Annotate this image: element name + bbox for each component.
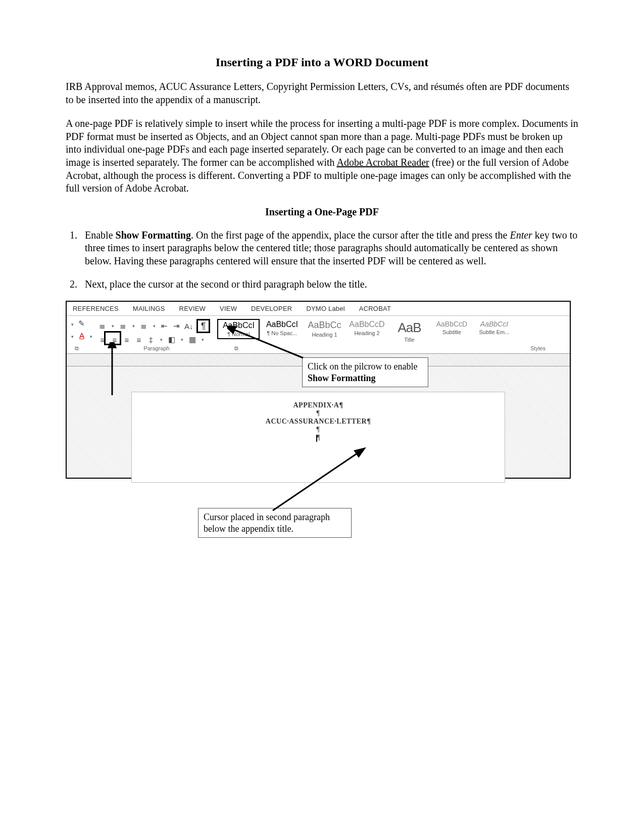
style-normal-preview: AaBbCcI bbox=[223, 321, 255, 330]
doc-line-acuc: ACUC·ASSURANCE·LETTER¶ bbox=[266, 418, 371, 426]
ribbon-tabs: REFERENCES MAILINGS REVIEW VIEW DEVELOPE… bbox=[67, 302, 570, 316]
align-center-icon[interactable]: ≡ bbox=[110, 336, 119, 344]
style-no-spacing[interactable]: AaBbCcI ¶ No Spac... bbox=[262, 319, 302, 337]
increase-indent-icon[interactable]: ⇥ bbox=[172, 321, 181, 331]
show-formatting-pilcrow-button[interactable]: ¶ bbox=[196, 319, 211, 333]
style-h1-label: Heading 1 bbox=[312, 332, 337, 338]
line-spacing-dropdown-icon[interactable]: ▾ bbox=[159, 337, 164, 342]
word-ribbon-figure: REFERENCES MAILINGS REVIEW VIEW DEVELOPE… bbox=[66, 301, 571, 479]
style-subtle-emphasis[interactable]: AaBbCcI Subtle Em... bbox=[474, 319, 514, 336]
step-1: Enable Show Formatting. On the first pag… bbox=[80, 229, 578, 268]
doc-pilcrow-3: ¶ bbox=[317, 434, 321, 441]
borders-dropdown-icon[interactable]: ▾ bbox=[200, 337, 206, 342]
multilevel-list-dropdown-icon[interactable]: ▾ bbox=[152, 323, 157, 329]
style-title-preview: AaB bbox=[398, 320, 421, 336]
style-normal[interactable]: AaBbCcI ¶ Normal bbox=[217, 319, 260, 339]
style-nospac-label: ¶ No Spac... bbox=[267, 330, 297, 336]
font-dropdown-icon[interactable]: ▾ bbox=[70, 322, 75, 327]
paragraph-group-label: Paragraph bbox=[143, 345, 169, 351]
line-spacing-icon[interactable]: ‡ bbox=[146, 336, 156, 344]
style-subtitle[interactable]: AaBbCcD Subtitle bbox=[431, 319, 472, 336]
callout-pilcrow: Click on the pilcrow to enable Show Form… bbox=[302, 357, 428, 387]
tab-mailings[interactable]: MAILINGS bbox=[133, 305, 165, 312]
bulleted-list-icon[interactable]: ≣ bbox=[98, 321, 107, 331]
tab-developer[interactable]: DEVELOPER bbox=[251, 305, 292, 312]
style-subtitle-preview: AaBbCcD bbox=[436, 320, 467, 328]
font-group-launcher-icon[interactable]: ⧉ bbox=[75, 345, 79, 352]
align-left-icon[interactable]: ≡ bbox=[98, 336, 107, 344]
tab-references[interactable]: REFERENCES bbox=[73, 305, 119, 312]
style-subtitle-label: Subtitle bbox=[442, 329, 461, 335]
tab-view[interactable]: VIEW bbox=[220, 305, 237, 312]
style-subtleem-preview: AaBbCcI bbox=[480, 320, 508, 328]
tab-dymo[interactable]: DYMO Label bbox=[306, 305, 344, 312]
document-page[interactable]: APPENDIX·A¶ ¶ ACUC·ASSURANCE·LETTER¶ ¶ ¶ bbox=[131, 392, 505, 483]
style-h2-label: Heading 2 bbox=[354, 330, 379, 336]
paragraph-group-launcher-icon[interactable]: ⧉ bbox=[234, 345, 238, 352]
style-heading-2[interactable]: AaBbCcD Heading 2 bbox=[346, 319, 387, 337]
word-ribbon-panel: REFERENCES MAILINGS REVIEW VIEW DEVELOPE… bbox=[66, 301, 571, 479]
tab-review[interactable]: REVIEW bbox=[179, 305, 206, 312]
style-h1-preview: AaBbCc bbox=[308, 320, 341, 331]
borders-icon[interactable]: ▦ bbox=[188, 335, 197, 344]
font-color-dropdown-icon[interactable]: ▾ bbox=[70, 334, 75, 339]
style-subtleem-label: Subtle Em... bbox=[479, 329, 509, 335]
font-color-icon[interactable]: A bbox=[77, 331, 86, 340]
styles-gallery: AaBbCcI ¶ Normal AaBbCcI ¶ No Spac... Aa… bbox=[214, 319, 567, 344]
style-title[interactable]: AaB Title bbox=[389, 319, 429, 344]
style-normal-label: ¶ Normal bbox=[227, 331, 250, 337]
section-subhead: Inserting a One-Page PDF bbox=[66, 206, 578, 218]
format-painter-icon[interactable]: ✎ bbox=[77, 319, 86, 328]
step1-bold: Show Formatting bbox=[116, 229, 191, 241]
styles-group-label: Styles bbox=[530, 345, 546, 351]
tab-acrobat[interactable]: ACROBAT bbox=[359, 305, 391, 312]
intro-paragraph-2: A one-page PDF is relatively simple to i… bbox=[66, 117, 578, 195]
shading-icon[interactable]: ◧ bbox=[167, 335, 176, 344]
callout-pilcrow-text-b: Show Formatting bbox=[308, 373, 376, 383]
align-right-icon[interactable]: ≡ bbox=[122, 336, 131, 344]
bulleted-list-dropdown-icon[interactable]: ▾ bbox=[110, 323, 116, 329]
multilevel-list-icon[interactable]: ≣ bbox=[139, 321, 148, 331]
numbered-list-icon[interactable]: ≣ bbox=[119, 321, 128, 331]
style-title-label: Title bbox=[404, 337, 414, 343]
style-h2-preview: AaBbCcD bbox=[349, 320, 384, 329]
intro-paragraph-1: IRB Approval memos, ACUC Assurance Lette… bbox=[66, 80, 578, 106]
page-title: Inserting a PDF into a WORD Document bbox=[66, 56, 578, 69]
doc-pilcrow-1: ¶ bbox=[317, 409, 320, 418]
ribbon-body: ▾ ✎ ▾ A ▾ ≣▾ ≣▾ ≣▾ ⇤ ⇥ A↓ ¶ ≡ bbox=[67, 316, 570, 344]
doc-line-appendix: APPENDIX·A¶ bbox=[293, 401, 343, 409]
sort-icon[interactable]: A↓ bbox=[184, 322, 193, 331]
paragraph-group: ≣▾ ≣▾ ≣▾ ⇤ ⇥ A↓ ¶ ≡ ≡ ≡ ≡ ‡▾ ◧▾ bbox=[98, 319, 215, 344]
step1-a: Enable bbox=[85, 229, 116, 241]
font-color-more-icon[interactable]: ▾ bbox=[88, 334, 94, 339]
callout-cursor: Cursor placed in second paragraph below … bbox=[198, 508, 352, 538]
doc-cursor-paragraph: ¶ bbox=[316, 434, 321, 442]
decrease-indent-icon[interactable]: ⇤ bbox=[160, 321, 169, 331]
adobe-reader-link[interactable]: Adobe Acrobat Reader bbox=[336, 157, 429, 168]
step1-enter-key: Enter bbox=[510, 229, 532, 241]
callout-pilcrow-text-a: Click on the pilcrow to enable bbox=[308, 361, 417, 372]
numbered-list-dropdown-icon[interactable]: ▾ bbox=[131, 323, 136, 329]
step-2: Next, place the cursor at the second or … bbox=[80, 278, 578, 291]
shading-dropdown-icon[interactable]: ▾ bbox=[179, 337, 185, 342]
style-nospac-preview: AaBbCcI bbox=[266, 320, 298, 329]
style-heading-1[interactable]: AaBbCc Heading 1 bbox=[304, 319, 344, 339]
step1-b: . On the first page of the appendix, pla… bbox=[191, 229, 510, 241]
justify-icon[interactable]: ≡ bbox=[134, 336, 143, 344]
doc-pilcrow-2: ¶ bbox=[317, 426, 320, 434]
